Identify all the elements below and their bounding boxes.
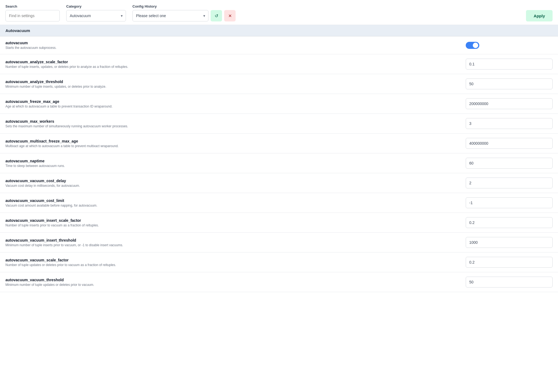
table-row: autovacuum_max_workersSets the maximum n… — [0, 114, 558, 134]
setting-info: autovacuum_vacuum_insert_scale_factorNum… — [5, 218, 460, 227]
category-select[interactable]: Autovacuum — [66, 10, 126, 21]
setting-description: Number of tuple inserts, updates, or del… — [5, 65, 460, 69]
toggle-slider — [466, 42, 479, 49]
setting-input-autovacuum_vacuum_cost_limit[interactable] — [466, 197, 553, 208]
setting-name: autovacuum_analyze_threshold — [5, 80, 460, 84]
config-history-group: Config History Please select one ▾ ↺ ✕ — [132, 4, 236, 21]
setting-control — [466, 78, 553, 89]
setting-info: autovacuum_vacuum_scale_factorNumber of … — [5, 258, 460, 267]
setting-description: Time to sleep between autovacuum runs. — [5, 164, 460, 168]
table-row: autovacuumStarts the autovacuum subproce… — [0, 36, 558, 54]
setting-input-autovacuum_analyze_threshold[interactable] — [466, 78, 553, 89]
table-row: autovacuum_naptimeTime to sleep between … — [0, 153, 558, 173]
setting-description: Vacuum cost amount available before napp… — [5, 204, 460, 207]
setting-info: autovacuum_analyze_scale_factorNumber of… — [5, 60, 460, 69]
setting-input-autovacuum_vacuum_threshold[interactable] — [466, 277, 553, 287]
setting-name: autovacuum_multixact_freeze_max_age — [5, 139, 460, 143]
toggle-wrapper — [466, 42, 553, 49]
setting-input-autovacuum_max_workers[interactable] — [466, 118, 553, 129]
setting-control — [466, 217, 553, 228]
setting-name: autovacuum_vacuum_cost_limit — [5, 198, 460, 203]
setting-description: Vacuum cost delay in milliseconds, for a… — [5, 184, 460, 188]
setting-info: autovacuum_multixact_freeze_max_ageMulti… — [5, 139, 460, 148]
setting-control — [466, 197, 553, 208]
settings-table: autovacuumStarts the autovacuum subproce… — [0, 36, 558, 292]
setting-name: autovacuum_vacuum_scale_factor — [5, 258, 460, 262]
reset-button[interactable]: ↺ — [211, 10, 222, 21]
setting-input-autovacuum_naptime[interactable] — [466, 158, 553, 169]
section-header: Autovacuum — [0, 25, 558, 36]
top-bar-right: Apply — [526, 10, 553, 21]
config-history-controls: Please select one ▾ ↺ ✕ — [132, 10, 236, 21]
table-row: autovacuum_vacuum_scale_factorNumber of … — [0, 252, 558, 272]
setting-info: autovacuumStarts the autovacuum subproce… — [5, 41, 460, 50]
setting-name: autovacuum_vacuum_cost_delay — [5, 179, 460, 183]
section-title: Autovacuum — [5, 28, 30, 33]
setting-info: autovacuum_vacuum_thresholdMinimum numbe… — [5, 278, 460, 287]
setting-description: Sets the maximum number of simultaneousl… — [5, 124, 460, 128]
reset-icon: ↺ — [215, 13, 218, 18]
setting-control — [466, 98, 553, 109]
setting-control — [466, 42, 553, 49]
setting-description: Minimum number of tuple inserts prior to… — [5, 243, 460, 247]
setting-input-autovacuum_freeze_max_age[interactable] — [466, 98, 553, 109]
setting-input-autovacuum_vacuum_insert_scale_factor[interactable] — [466, 217, 553, 228]
toggle-switch[interactable] — [466, 42, 479, 49]
category-select-wrapper: Autovacuum ▾ — [66, 10, 126, 21]
search-group: Search — [5, 4, 60, 21]
table-row: autovacuum_vacuum_insert_thresholdMinimu… — [0, 233, 558, 252]
config-history-select[interactable]: Please select one — [132, 10, 208, 21]
top-bar: Search Category Autovacuum ▾ Config Hist… — [0, 0, 558, 25]
setting-input-autovacuum_vacuum_insert_threshold[interactable] — [466, 237, 553, 248]
setting-name: autovacuum_freeze_max_age — [5, 99, 460, 104]
setting-control — [466, 277, 553, 287]
category-label: Category — [66, 4, 126, 8]
setting-description: Number of tuple inserts prior to vacuum … — [5, 223, 460, 227]
setting-description: Number of tuple updates or deletes prior… — [5, 263, 460, 267]
setting-info: autovacuum_max_workersSets the maximum n… — [5, 119, 460, 128]
setting-info: autovacuum_vacuum_insert_thresholdMinimu… — [5, 238, 460, 247]
config-history-select-wrapper: Please select one ▾ — [132, 10, 208, 21]
setting-input-autovacuum_multixact_freeze_max_age[interactable] — [466, 138, 553, 149]
table-row: autovacuum_vacuum_cost_delayVacuum cost … — [0, 173, 558, 193]
setting-name: autovacuum_vacuum_threshold — [5, 278, 460, 282]
setting-name: autovacuum_max_workers — [5, 119, 460, 124]
category-group: Category Autovacuum ▾ — [66, 4, 126, 21]
setting-input-autovacuum_analyze_scale_factor[interactable] — [466, 59, 553, 69]
setting-info: autovacuum_analyze_thresholdMinimum numb… — [5, 80, 460, 88]
table-row: autovacuum_vacuum_thresholdMinimum numbe… — [0, 272, 558, 292]
setting-description: Multixact age at which to autovacuum a t… — [5, 144, 460, 148]
clear-icon: ✕ — [228, 13, 232, 18]
search-input[interactable] — [5, 10, 60, 21]
setting-input-autovacuum_vacuum_cost_delay[interactable] — [466, 178, 553, 188]
setting-control — [466, 158, 553, 169]
setting-name: autovacuum_analyze_scale_factor — [5, 60, 460, 64]
setting-name: autovacuum_vacuum_insert_threshold — [5, 238, 460, 242]
table-row: autovacuum_vacuum_insert_scale_factorNum… — [0, 213, 558, 233]
setting-description: Starts the autovacuum subprocess. — [5, 46, 460, 50]
setting-control — [466, 138, 553, 149]
config-history-label: Config History — [132, 4, 236, 8]
setting-control — [466, 257, 553, 268]
setting-info: autovacuum_freeze_max_ageAge at which to… — [5, 99, 460, 108]
setting-description: Age at which to autovacuum a table to pr… — [5, 105, 460, 108]
search-label: Search — [5, 4, 60, 8]
setting-info: autovacuum_vacuum_cost_delayVacuum cost … — [5, 179, 460, 188]
clear-button[interactable]: ✕ — [224, 10, 236, 21]
setting-control — [466, 178, 553, 188]
setting-name: autovacuum — [5, 41, 460, 45]
setting-input-autovacuum_vacuum_scale_factor[interactable] — [466, 257, 553, 268]
table-row: autovacuum_multixact_freeze_max_ageMulti… — [0, 134, 558, 153]
setting-control — [466, 59, 553, 69]
table-row: autovacuum_analyze_scale_factorNumber of… — [0, 54, 558, 74]
table-row: autovacuum_vacuum_cost_limitVacuum cost … — [0, 193, 558, 213]
setting-info: autovacuum_naptimeTime to sleep between … — [5, 159, 460, 168]
apply-button[interactable]: Apply — [526, 10, 553, 21]
setting-description: Minimum number of tuple updates or delet… — [5, 283, 460, 287]
setting-name: autovacuum_naptime — [5, 159, 460, 163]
setting-control — [466, 237, 553, 248]
setting-info: autovacuum_vacuum_cost_limitVacuum cost … — [5, 198, 460, 207]
table-row: autovacuum_analyze_thresholdMinimum numb… — [0, 74, 558, 94]
setting-control — [466, 118, 553, 129]
setting-name: autovacuum_vacuum_insert_scale_factor — [5, 218, 460, 223]
